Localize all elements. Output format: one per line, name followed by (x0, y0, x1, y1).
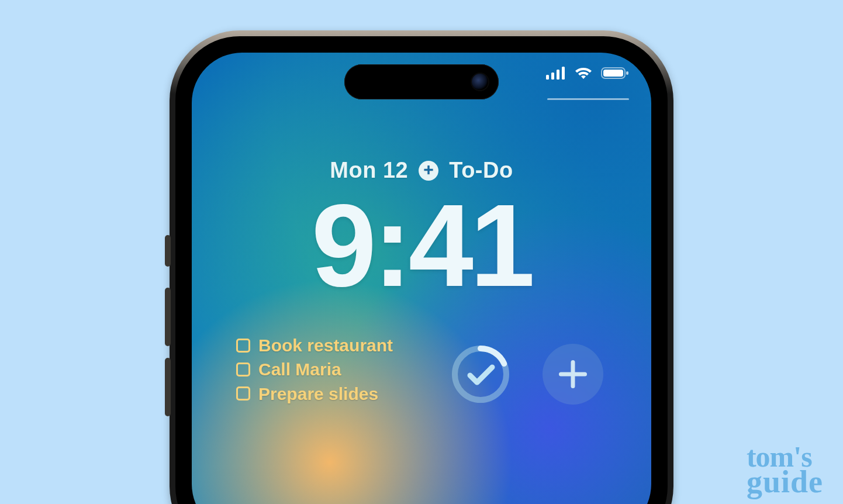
status-underline (547, 98, 629, 100)
checkbox-icon[interactable] (236, 363, 250, 377)
todo-item-label: Prepare slides (258, 382, 378, 406)
todo-item-label: Book restaurant (258, 333, 393, 357)
dynamic-island[interactable] (344, 64, 499, 99)
status-bar (546, 67, 629, 80)
svg-rect-2 (557, 70, 559, 80)
battery-icon (601, 67, 629, 80)
svg-rect-5 (603, 70, 623, 77)
checkbox-icon[interactable] (236, 339, 250, 353)
lock-screen[interactable]: Mon 12 + To-Do 9:41 Book restaurant Call… (192, 53, 651, 504)
cellular-icon (546, 67, 566, 80)
todo-item[interactable]: Book restaurant (236, 333, 393, 357)
todo-item[interactable]: Prepare slides (236, 382, 393, 406)
todo-item-label: Call Maria (258, 357, 341, 381)
watermark-line2: guide (747, 469, 823, 495)
svg-rect-6 (626, 71, 628, 75)
volume-down-button[interactable] (165, 358, 171, 416)
checkbox-icon[interactable] (236, 386, 250, 401)
plus-icon (559, 360, 587, 388)
add-widget-button[interactable] (543, 344, 603, 405)
plus-badge-icon: + (419, 161, 438, 181)
watermark-logo: tom's guide (747, 445, 823, 495)
progress-ring-icon (450, 344, 511, 405)
phone-frame: Mon 12 + To-Do 9:41 Book restaurant Call… (170, 30, 673, 504)
ringer-switch[interactable] (165, 235, 171, 267)
wifi-icon (574, 67, 593, 80)
todo-item[interactable]: Call Maria (236, 357, 393, 381)
phone-bezel: Mon 12 + To-Do 9:41 Book restaurant Call… (175, 36, 668, 504)
svg-rect-1 (551, 73, 554, 80)
front-camera-icon (472, 74, 488, 90)
todo-list-widget[interactable]: Book restaurant Call Maria Prepare slide… (236, 333, 393, 406)
svg-rect-3 (562, 67, 565, 80)
progress-widget[interactable] (450, 344, 511, 405)
lock-screen-clock[interactable]: 9:41 (192, 178, 651, 313)
svg-rect-0 (546, 75, 549, 80)
volume-up-button[interactable] (165, 288, 171, 346)
